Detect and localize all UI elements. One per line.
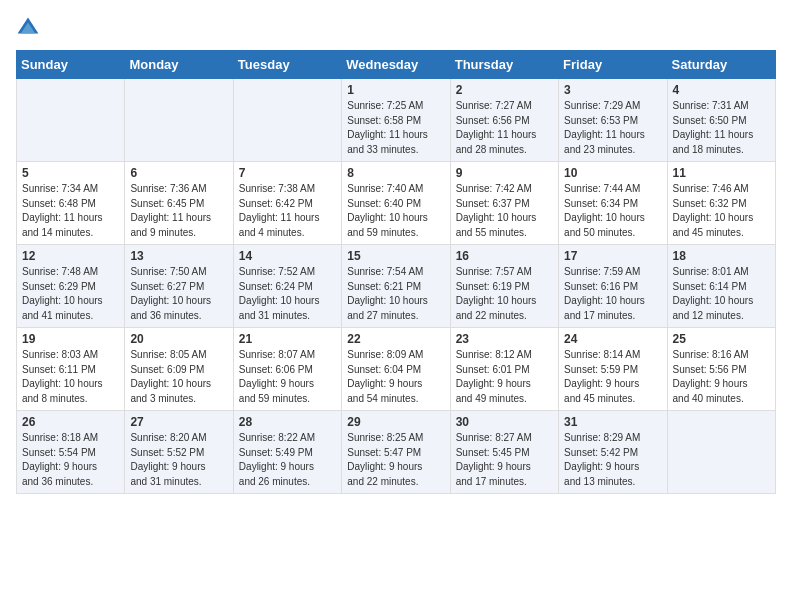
day-number: 24: [564, 332, 661, 346]
calendar-cell: 11Sunrise: 7:46 AM Sunset: 6:32 PM Dayli…: [667, 162, 775, 245]
calendar-cell: 30Sunrise: 8:27 AM Sunset: 5:45 PM Dayli…: [450, 411, 558, 494]
calendar-cell: 26Sunrise: 8:18 AM Sunset: 5:54 PM Dayli…: [17, 411, 125, 494]
day-number: 19: [22, 332, 119, 346]
day-info: Sunrise: 7:25 AM Sunset: 6:58 PM Dayligh…: [347, 99, 444, 157]
day-info: Sunrise: 7:38 AM Sunset: 6:42 PM Dayligh…: [239, 182, 336, 240]
day-number: 23: [456, 332, 553, 346]
calendar-cell: 19Sunrise: 8:03 AM Sunset: 6:11 PM Dayli…: [17, 328, 125, 411]
day-info: Sunrise: 8:16 AM Sunset: 5:56 PM Dayligh…: [673, 348, 770, 406]
calendar-header: SundayMondayTuesdayWednesdayThursdayFrid…: [17, 51, 776, 79]
calendar-cell: 6Sunrise: 7:36 AM Sunset: 6:45 PM Daylig…: [125, 162, 233, 245]
day-info: Sunrise: 8:20 AM Sunset: 5:52 PM Dayligh…: [130, 431, 227, 489]
calendar-cell: 1Sunrise: 7:25 AM Sunset: 6:58 PM Daylig…: [342, 79, 450, 162]
day-info: Sunrise: 8:22 AM Sunset: 5:49 PM Dayligh…: [239, 431, 336, 489]
day-number: 29: [347, 415, 444, 429]
day-number: 20: [130, 332, 227, 346]
week-row-4: 19Sunrise: 8:03 AM Sunset: 6:11 PM Dayli…: [17, 328, 776, 411]
calendar-cell: 5Sunrise: 7:34 AM Sunset: 6:48 PM Daylig…: [17, 162, 125, 245]
day-number: 25: [673, 332, 770, 346]
day-info: Sunrise: 7:40 AM Sunset: 6:40 PM Dayligh…: [347, 182, 444, 240]
calendar-cell: 24Sunrise: 8:14 AM Sunset: 5:59 PM Dayli…: [559, 328, 667, 411]
day-number: 21: [239, 332, 336, 346]
day-header-saturday: Saturday: [667, 51, 775, 79]
day-number: 18: [673, 249, 770, 263]
day-info: Sunrise: 7:42 AM Sunset: 6:37 PM Dayligh…: [456, 182, 553, 240]
day-number: 22: [347, 332, 444, 346]
day-header-friday: Friday: [559, 51, 667, 79]
day-number: 1: [347, 83, 444, 97]
calendar-cell: 20Sunrise: 8:05 AM Sunset: 6:09 PM Dayli…: [125, 328, 233, 411]
day-number: 28: [239, 415, 336, 429]
calendar-cell: 21Sunrise: 8:07 AM Sunset: 6:06 PM Dayli…: [233, 328, 341, 411]
day-info: Sunrise: 8:07 AM Sunset: 6:06 PM Dayligh…: [239, 348, 336, 406]
day-info: Sunrise: 8:03 AM Sunset: 6:11 PM Dayligh…: [22, 348, 119, 406]
day-info: Sunrise: 7:27 AM Sunset: 6:56 PM Dayligh…: [456, 99, 553, 157]
day-info: Sunrise: 7:31 AM Sunset: 6:50 PM Dayligh…: [673, 99, 770, 157]
day-info: Sunrise: 8:12 AM Sunset: 6:01 PM Dayligh…: [456, 348, 553, 406]
page-header: [16, 16, 776, 40]
calendar-cell: 2Sunrise: 7:27 AM Sunset: 6:56 PM Daylig…: [450, 79, 558, 162]
day-info: Sunrise: 7:59 AM Sunset: 6:16 PM Dayligh…: [564, 265, 661, 323]
day-info: Sunrise: 8:18 AM Sunset: 5:54 PM Dayligh…: [22, 431, 119, 489]
day-number: 17: [564, 249, 661, 263]
calendar-cell: [667, 411, 775, 494]
day-header-monday: Monday: [125, 51, 233, 79]
calendar-cell: 7Sunrise: 7:38 AM Sunset: 6:42 PM Daylig…: [233, 162, 341, 245]
calendar-table: SundayMondayTuesdayWednesdayThursdayFrid…: [16, 50, 776, 494]
calendar-cell: 25Sunrise: 8:16 AM Sunset: 5:56 PM Dayli…: [667, 328, 775, 411]
day-info: Sunrise: 7:52 AM Sunset: 6:24 PM Dayligh…: [239, 265, 336, 323]
calendar-cell: 14Sunrise: 7:52 AM Sunset: 6:24 PM Dayli…: [233, 245, 341, 328]
calendar-cell: 16Sunrise: 7:57 AM Sunset: 6:19 PM Dayli…: [450, 245, 558, 328]
day-info: Sunrise: 7:29 AM Sunset: 6:53 PM Dayligh…: [564, 99, 661, 157]
week-row-5: 26Sunrise: 8:18 AM Sunset: 5:54 PM Dayli…: [17, 411, 776, 494]
week-row-3: 12Sunrise: 7:48 AM Sunset: 6:29 PM Dayli…: [17, 245, 776, 328]
day-info: Sunrise: 7:48 AM Sunset: 6:29 PM Dayligh…: [22, 265, 119, 323]
day-info: Sunrise: 7:44 AM Sunset: 6:34 PM Dayligh…: [564, 182, 661, 240]
day-number: 15: [347, 249, 444, 263]
calendar-cell: 17Sunrise: 7:59 AM Sunset: 6:16 PM Dayli…: [559, 245, 667, 328]
day-number: 2: [456, 83, 553, 97]
calendar-cell: 28Sunrise: 8:22 AM Sunset: 5:49 PM Dayli…: [233, 411, 341, 494]
day-info: Sunrise: 7:57 AM Sunset: 6:19 PM Dayligh…: [456, 265, 553, 323]
week-row-2: 5Sunrise: 7:34 AM Sunset: 6:48 PM Daylig…: [17, 162, 776, 245]
day-info: Sunrise: 7:34 AM Sunset: 6:48 PM Dayligh…: [22, 182, 119, 240]
day-header-wednesday: Wednesday: [342, 51, 450, 79]
day-number: 31: [564, 415, 661, 429]
calendar-cell: [125, 79, 233, 162]
calendar-cell: 31Sunrise: 8:29 AM Sunset: 5:42 PM Dayli…: [559, 411, 667, 494]
calendar-cell: 15Sunrise: 7:54 AM Sunset: 6:21 PM Dayli…: [342, 245, 450, 328]
calendar-cell: 29Sunrise: 8:25 AM Sunset: 5:47 PM Dayli…: [342, 411, 450, 494]
day-info: Sunrise: 8:27 AM Sunset: 5:45 PM Dayligh…: [456, 431, 553, 489]
day-info: Sunrise: 8:14 AM Sunset: 5:59 PM Dayligh…: [564, 348, 661, 406]
day-info: Sunrise: 8:05 AM Sunset: 6:09 PM Dayligh…: [130, 348, 227, 406]
calendar-cell: [233, 79, 341, 162]
day-info: Sunrise: 8:09 AM Sunset: 6:04 PM Dayligh…: [347, 348, 444, 406]
day-number: 12: [22, 249, 119, 263]
day-info: Sunrise: 7:46 AM Sunset: 6:32 PM Dayligh…: [673, 182, 770, 240]
day-header-tuesday: Tuesday: [233, 51, 341, 79]
calendar-cell: 8Sunrise: 7:40 AM Sunset: 6:40 PM Daylig…: [342, 162, 450, 245]
day-info: Sunrise: 8:29 AM Sunset: 5:42 PM Dayligh…: [564, 431, 661, 489]
calendar-cell: 4Sunrise: 7:31 AM Sunset: 6:50 PM Daylig…: [667, 79, 775, 162]
day-number: 11: [673, 166, 770, 180]
calendar-cell: [17, 79, 125, 162]
logo: [16, 16, 44, 40]
calendar-cell: 18Sunrise: 8:01 AM Sunset: 6:14 PM Dayli…: [667, 245, 775, 328]
day-number: 30: [456, 415, 553, 429]
day-header-sunday: Sunday: [17, 51, 125, 79]
calendar-cell: 9Sunrise: 7:42 AM Sunset: 6:37 PM Daylig…: [450, 162, 558, 245]
day-header-thursday: Thursday: [450, 51, 558, 79]
calendar-cell: 12Sunrise: 7:48 AM Sunset: 6:29 PM Dayli…: [17, 245, 125, 328]
day-number: 7: [239, 166, 336, 180]
calendar-cell: 22Sunrise: 8:09 AM Sunset: 6:04 PM Dayli…: [342, 328, 450, 411]
day-number: 14: [239, 249, 336, 263]
day-number: 4: [673, 83, 770, 97]
day-info: Sunrise: 8:25 AM Sunset: 5:47 PM Dayligh…: [347, 431, 444, 489]
calendar-cell: 3Sunrise: 7:29 AM Sunset: 6:53 PM Daylig…: [559, 79, 667, 162]
day-info: Sunrise: 7:50 AM Sunset: 6:27 PM Dayligh…: [130, 265, 227, 323]
day-number: 5: [22, 166, 119, 180]
day-number: 10: [564, 166, 661, 180]
day-number: 3: [564, 83, 661, 97]
calendar-cell: 10Sunrise: 7:44 AM Sunset: 6:34 PM Dayli…: [559, 162, 667, 245]
week-row-1: 1Sunrise: 7:25 AM Sunset: 6:58 PM Daylig…: [17, 79, 776, 162]
